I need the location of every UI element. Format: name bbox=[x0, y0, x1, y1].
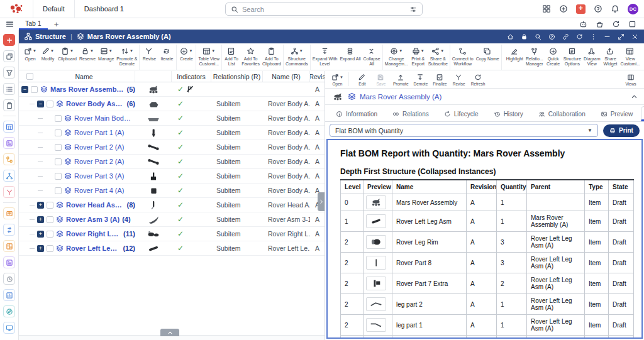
tree-row[interactable]: − Rover Body Assembly (A) (6) ✓ Subitem … bbox=[19, 97, 325, 111]
basket-icon[interactable] bbox=[596, 20, 604, 28]
notifications-bell-icon[interactable] bbox=[611, 4, 619, 13]
expander-toggle[interactable]: + bbox=[37, 245, 44, 252]
column-revision[interactable]: Revis bbox=[310, 71, 325, 82]
toolbar-button-create[interactable]: ▼ Create bbox=[177, 45, 195, 70]
detail-button-save[interactable]: Save bbox=[372, 72, 391, 86]
row-checkbox[interactable] bbox=[47, 231, 53, 238]
tree-row[interactable]: + Rover Right Leg Asm (A) (11) ✓ Subitem… bbox=[19, 227, 325, 241]
refresh-icon[interactable] bbox=[612, 20, 620, 28]
toolbar-button-connect-to-workflow[interactable]: Connect to Workflow bbox=[451, 45, 475, 70]
row-checkbox[interactable] bbox=[47, 216, 53, 223]
toolbar-button-manage[interactable]: ▼ Manage bbox=[97, 45, 115, 70]
assistant-icon[interactable] bbox=[579, 20, 587, 28]
detail-button-promote[interactable]: Promote bbox=[391, 72, 411, 86]
sidebar-item-form-view[interactable] bbox=[3, 137, 15, 149]
help-icon[interactable] bbox=[594, 4, 602, 13]
detail-button-demote[interactable]: Demote bbox=[411, 72, 431, 86]
tab-1[interactable]: Tab 1 bbox=[19, 19, 48, 30]
tree-row[interactable]: Rover Part 4 (A) ✓ Subitem Rover Body A.… bbox=[19, 184, 325, 198]
sidebar-item-preview-browser[interactable] bbox=[3, 207, 15, 219]
item-name-link[interactable]: Rover Main Body (A) bbox=[74, 114, 133, 122]
row-checkbox[interactable] bbox=[47, 101, 53, 107]
sidebar-item-branch-view[interactable] bbox=[3, 186, 15, 198]
sidebar-item-layout[interactable] bbox=[3, 240, 15, 252]
expander-toggle[interactable]: − bbox=[21, 86, 28, 93]
toolbar-button-view-customi[interactable]: View Customi... bbox=[619, 45, 641, 70]
quick-add-button[interactable]: + bbox=[576, 4, 586, 14]
tree-row[interactable]: Rover Part 1 (A) ✓ Subitem Rover Body A.… bbox=[19, 126, 325, 140]
column-relationship[interactable]: Relationship (R) bbox=[211, 71, 263, 82]
item-name-link[interactable]: Mars Rover Assembly (A) bbox=[50, 85, 125, 93]
detail-button-revise[interactable]: Revise bbox=[450, 72, 469, 86]
report-select[interactable]: Flat BOM with Quantity ▼ bbox=[330, 124, 598, 137]
column-indicators[interactable]: Indicators bbox=[172, 71, 211, 82]
user-avatar[interactable]: DC bbox=[628, 4, 638, 14]
item-name-link[interactable]: Rover Right Leg Asm (A) bbox=[66, 230, 121, 238]
sidebar-item-document[interactable] bbox=[3, 256, 15, 268]
item-name-link[interactable]: Rover Part 3 (A) bbox=[74, 172, 124, 180]
column-name[interactable]: Name bbox=[33, 73, 135, 80]
search-filters-icon[interactable] bbox=[409, 6, 417, 13]
toolbar-button-diagram-view[interactable]: Diagram View bbox=[582, 45, 601, 70]
tab-summary[interactable]: Summary bbox=[641, 106, 644, 121]
kebab-icon[interactable] bbox=[590, 33, 597, 40]
toolbar-button-revise[interactable]: Revise bbox=[140, 45, 158, 70]
workspace-tab-default[interactable]: Default bbox=[33, 0, 74, 18]
expander-toggle[interactable]: + bbox=[37, 216, 44, 223]
collapse-panel-icon[interactable] bbox=[631, 93, 638, 100]
tab-lifecycle[interactable]: Lifecycle bbox=[437, 106, 486, 121]
item-name-link[interactable]: Rover Body Assembly (A) bbox=[66, 100, 125, 107]
tab-collaboration[interactable]: Collaboration bbox=[531, 106, 592, 121]
item-name-link[interactable]: Rover Left Leg Asm (A) bbox=[66, 244, 120, 252]
toolbar-button-promote-demote[interactable]: ▼ Promote & Demote bbox=[115, 45, 138, 70]
sidebar-item-monitor[interactable] bbox=[3, 322, 15, 334]
sidebar-item-filter[interactable] bbox=[3, 67, 15, 79]
tree-row[interactable]: + Rover Asm 3 (A) (4) ✓ Subitem Rover As… bbox=[19, 212, 325, 227]
detail-button-refresh[interactable]: Refresh bbox=[469, 72, 488, 86]
toolbar-button-change-managem[interactable]: ▼ Change Managem... bbox=[384, 45, 409, 70]
lock-icon[interactable] bbox=[521, 33, 528, 40]
item-name-link[interactable]: Rover Part 4 (A) bbox=[74, 187, 124, 194]
select-all-checkbox[interactable] bbox=[26, 73, 33, 80]
tree-row[interactable]: Rover Part 2 (A) ✓ Subitem Rover Body A.… bbox=[19, 155, 325, 169]
toolbar-button-open[interactable]: ▼ Open bbox=[21, 45, 39, 70]
detail-button-edit[interactable]: Edit bbox=[353, 72, 372, 86]
refresh-icon[interactable] bbox=[576, 33, 583, 40]
expand-panel-handle[interactable] bbox=[318, 192, 325, 211]
sidebar-item-clipboard[interactable] bbox=[3, 99, 15, 111]
item-name-link[interactable]: Rover Part 2 (A) bbox=[74, 158, 124, 165]
row-checkbox[interactable] bbox=[55, 173, 62, 180]
tab-information[interactable]: Information bbox=[329, 106, 384, 121]
tree-row[interactable]: + Rover Head Asm (A) (8) ✓ Subitem Rover… bbox=[19, 198, 325, 212]
sidebar-item-nodes-view[interactable] bbox=[3, 170, 15, 182]
toolbar-button-structure-options[interactable]: Structure Options bbox=[562, 45, 582, 70]
link-icon[interactable] bbox=[562, 33, 569, 40]
sidebar-item-history[interactable] bbox=[3, 273, 15, 285]
expander-toggle[interactable]: + bbox=[37, 231, 44, 238]
row-checkbox[interactable] bbox=[55, 158, 62, 165]
toolbar-button-modify[interactable]: ▼ Modify bbox=[39, 45, 57, 70]
item-name-link[interactable]: Rover Part 1 (A) bbox=[74, 129, 124, 136]
add-circle-icon[interactable] bbox=[559, 4, 568, 13]
row-checkbox[interactable] bbox=[55, 144, 62, 151]
app-logo-icon[interactable] bbox=[0, 3, 33, 15]
minus-icon[interactable] bbox=[604, 33, 611, 40]
help-icon[interactable] bbox=[548, 33, 555, 40]
tree-row[interactable]: − Mars Rover Assembly (A) (5) ✓ A bbox=[19, 82, 325, 97]
collapse-bottom-handle[interactable] bbox=[160, 329, 179, 336]
row-checkbox[interactable] bbox=[55, 187, 62, 194]
apps-grid-icon[interactable] bbox=[542, 4, 551, 13]
toolbar-button-share-widget[interactable]: Share Widget bbox=[601, 45, 619, 70]
toolbar-button-iterate[interactable]: Iterate bbox=[158, 45, 175, 70]
toolbar-button-add-to-clipboard[interactable]: Add To Clipboard bbox=[261, 45, 282, 70]
expander-toggle[interactable]: + bbox=[37, 202, 44, 209]
column-name-r[interactable]: Name (R) bbox=[263, 71, 310, 82]
row-checkbox[interactable] bbox=[31, 86, 38, 93]
global-search[interactable] bbox=[225, 3, 423, 16]
item-name-link[interactable]: Rover Asm 3 (A) bbox=[66, 216, 119, 223]
toolbar-button-copy-name[interactable]: Copy Name bbox=[475, 45, 501, 70]
row-checkbox[interactable] bbox=[55, 129, 62, 136]
row-checkbox[interactable] bbox=[47, 245, 53, 252]
sidebar-item-new-window[interactable] bbox=[3, 50, 15, 62]
toolbar-button-quick-create[interactable]: Quick Create bbox=[545, 45, 562, 70]
